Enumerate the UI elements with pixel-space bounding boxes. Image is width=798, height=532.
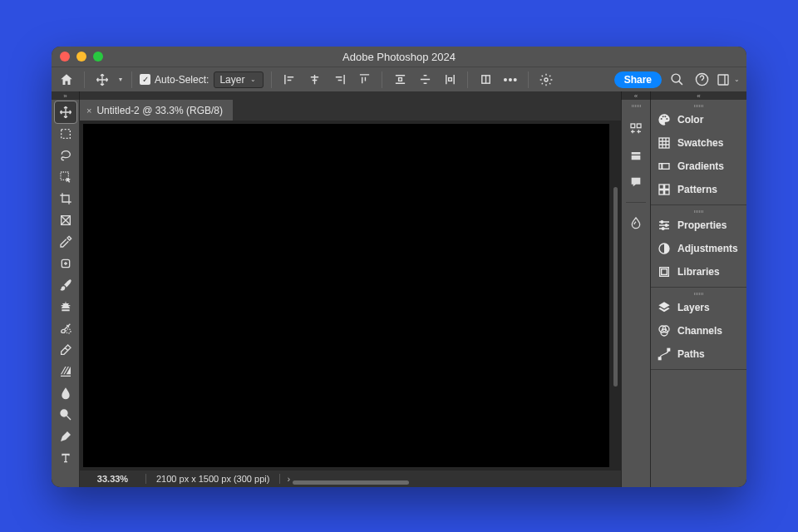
document-tab[interactable]: × Untitled-2 @ 33.3% (RGB/8): [80, 100, 233, 121]
close-window-button[interactable]: [60, 52, 70, 62]
svg-rect-28: [658, 357, 661, 360]
dock-collapse-toggle-2[interactable]: «: [650, 91, 746, 100]
chevron-down-icon: ⌄: [249, 76, 258, 83]
canvas[interactable]: [83, 124, 609, 467]
paths-panel[interactable]: Paths: [651, 342, 746, 366]
move-tool[interactable]: [55, 101, 76, 123]
svg-point-20: [665, 224, 667, 227]
svg-point-19: [661, 221, 663, 224]
search-button[interactable]: [667, 70, 687, 90]
titlebar: Adobe Photoshop 2024: [52, 47, 746, 66]
zoom-level[interactable]: 33.33%: [80, 474, 146, 484]
history-icon[interactable]: [628, 147, 644, 164]
properties-panel[interactable]: Properties: [651, 214, 746, 237]
collapsed-panels-column: [621, 100, 650, 487]
app-window: Adobe Photoshop 2024 ▾ ✓ Auto-Select: La…: [52, 47, 746, 487]
home-button[interactable]: [57, 70, 76, 90]
svg-point-10: [61, 410, 67, 416]
align-to-button[interactable]: [475, 70, 495, 90]
tool-preset-chevron-icon[interactable]: ▾: [117, 76, 124, 83]
layers-panel[interactable]: Layers: [651, 296, 746, 319]
dock-collapse-toggle-1[interactable]: «: [621, 91, 650, 100]
svg-rect-5: [61, 130, 70, 139]
healing-brush-tool[interactable]: [55, 253, 76, 274]
svg-rect-11: [631, 124, 635, 128]
history-brush-tool[interactable]: [55, 318, 76, 339]
dodge-tool[interactable]: [55, 404, 76, 426]
move-tool-icon[interactable]: [92, 70, 112, 90]
svg-rect-15: [659, 185, 663, 189]
panels-column: ColorSwatchesGradientsPatternsProperties…: [650, 100, 746, 487]
canvas-area[interactable]: [80, 121, 621, 470]
blur-tool[interactable]: [55, 382, 76, 404]
svg-point-21: [662, 228, 664, 230]
svg-rect-29: [667, 348, 670, 351]
zoom-window-button[interactable]: [93, 52, 103, 62]
chevron-down-icon: ⌄: [732, 76, 741, 83]
svg-rect-12: [637, 124, 641, 128]
type-tool[interactable]: [55, 447, 76, 469]
close-tab-icon[interactable]: ×: [86, 106, 91, 116]
gradient-tool[interactable]: [55, 361, 76, 382]
svg-point-9: [66, 329, 70, 333]
crop-tool[interactable]: [55, 188, 76, 209]
brush-tool[interactable]: [55, 274, 76, 296]
eraser-tool[interactable]: [55, 339, 76, 361]
libraries-panel[interactable]: Libraries: [651, 260, 746, 283]
comments-icon[interactable]: [628, 174, 644, 190]
auto-select-label: Auto-Select:: [155, 74, 209, 86]
clone-stamp-tool[interactable]: [55, 296, 76, 318]
eyedropper-tool[interactable]: [55, 231, 76, 253]
help-button[interactable]: [692, 70, 712, 90]
distribute-bottom-button[interactable]: [440, 70, 460, 90]
document-column: × Untitled-2 @ 33.3% (RGB/8) 33.33% 2100…: [80, 100, 621, 487]
toolbox: [52, 100, 80, 487]
brushes-icon[interactable]: [628, 214, 644, 231]
svg-point-2: [672, 74, 680, 82]
marquee-tool[interactable]: [55, 123, 76, 145]
collapse-strip: » « «: [52, 91, 746, 100]
object-select-tool[interactable]: [55, 166, 76, 188]
status-bar: 33.33% 2100 px x 1500 px (300 ppi) ›: [80, 470, 621, 487]
auto-select-checkbox[interactable]: ✓: [140, 74, 150, 85]
svg-point-1: [544, 78, 548, 81]
share-button[interactable]: Share: [614, 71, 662, 88]
right-dock: ColorSwatchesGradientsPatternsProperties…: [621, 100, 746, 487]
channels-panel[interactable]: Channels: [651, 319, 746, 342]
distribute-vertical-button[interactable]: [415, 70, 435, 90]
frame-tool[interactable]: [55, 209, 76, 231]
align-horizontal-center-button[interactable]: [304, 70, 324, 90]
svg-rect-14: [659, 164, 669, 170]
more-options-button[interactable]: •••: [500, 70, 520, 90]
minimize-window-button[interactable]: [76, 52, 86, 62]
distribute-top-button[interactable]: [390, 70, 410, 90]
document-dimensions[interactable]: 2100 px x 1500 px (300 ppi): [146, 474, 280, 484]
svg-rect-17: [659, 190, 663, 195]
document-tabs: × Untitled-2 @ 33.3% (RGB/8): [80, 100, 621, 121]
auto-select-control[interactable]: ✓ Auto-Select:: [140, 74, 209, 86]
svg-rect-16: [665, 185, 669, 189]
align-left-button[interactable]: [279, 70, 299, 90]
toolbox-expand-toggle[interactable]: »: [52, 91, 80, 100]
swatches-panel[interactable]: Swatches: [651, 131, 746, 155]
lasso-tool[interactable]: [55, 145, 76, 166]
patterns-panel[interactable]: Patterns: [651, 178, 746, 201]
pen-tool[interactable]: [55, 426, 76, 447]
workspace-switcher[interactable]: ⌄: [717, 73, 741, 86]
svg-rect-24: [662, 269, 667, 275]
traffic-lights: [60, 52, 103, 62]
tab-label: Untitled-2 @ 33.3% (RGB/8): [96, 105, 223, 116]
horizontal-scrollbar[interactable]: [293, 480, 409, 485]
adjustments-panel[interactable]: Adjustments: [651, 237, 746, 260]
align-top-button[interactable]: [354, 70, 374, 90]
properties-icon[interactable]: [628, 121, 644, 137]
vertical-scrollbar[interactable]: [613, 187, 618, 387]
options-bar: ▾ ✓ Auto-Select: Layer ⌄ ••• Share ⌄: [52, 66, 746, 91]
svg-rect-18: [665, 190, 669, 195]
main-area: × Untitled-2 @ 33.3% (RGB/8) 33.33% 2100…: [52, 100, 746, 487]
3d-mode-button[interactable]: [536, 70, 556, 90]
gradients-panel[interactable]: Gradients: [651, 155, 746, 178]
align-right-button[interactable]: [329, 70, 349, 90]
color-panel[interactable]: Color: [651, 108, 746, 131]
auto-select-target-dropdown[interactable]: Layer ⌄: [214, 71, 264, 88]
